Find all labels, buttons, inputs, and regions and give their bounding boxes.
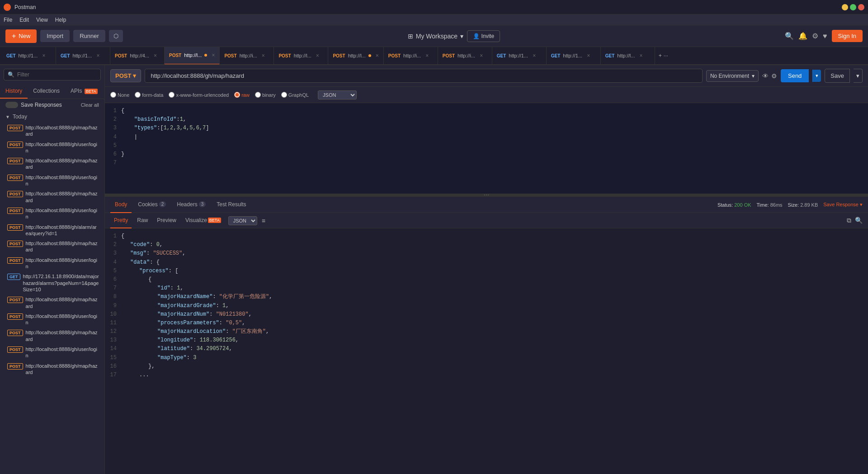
notification-icon[interactable]: 🔔: [798, 32, 807, 40]
list-item[interactable]: POSThttp://localhost:8888/gh/map/hazard: [0, 189, 104, 205]
new-button[interactable]: + New: [5, 29, 37, 43]
url-input[interactable]: [145, 69, 703, 83]
close-tab-icon[interactable]: ×: [316, 52, 319, 59]
response-format-select[interactable]: JSON XML HTML Text: [228, 216, 257, 225]
sidebar-tab-apis[interactable]: APIs BETA: [65, 84, 103, 99]
list-item[interactable]: POSThttp://localhost:8888/gh/user/login: [0, 205, 104, 222]
sidebar-tab-collections[interactable]: Collections: [28, 84, 65, 99]
list-item[interactable]: POSThttp://localhost:8888/gh/map/hazard: [0, 327, 104, 344]
workspace-selector[interactable]: ⊞ My Workspace ▾: [408, 33, 463, 40]
body-tab-none[interactable]: None: [110, 92, 129, 98]
body-tab-raw[interactable]: raw: [234, 92, 250, 98]
signin-button[interactable]: Sign In: [832, 30, 863, 42]
clear-all-button[interactable]: Clear all: [81, 102, 99, 108]
menu-file[interactable]: File: [4, 17, 12, 23]
close-button[interactable]: [858, 4, 864, 10]
body-tab-binary[interactable]: binary: [255, 92, 276, 98]
format-tab-preview[interactable]: Preview: [153, 213, 180, 228]
settings-icon[interactable]: ⚙: [812, 32, 818, 40]
body-tab-graphql[interactable]: GraphQL: [281, 92, 309, 98]
tab-11[interactable]: GET http://l... ×: [601, 47, 655, 65]
tab-3[interactable]: POST http://l... ×: [165, 47, 220, 65]
tab-7[interactable]: POST http://i... ×: [384, 47, 438, 65]
close-tab-icon[interactable]: ×: [212, 52, 215, 58]
request-body-editor[interactable]: 1 { 2 "basicInfoId":1, 3 "types":[1,2,3,…: [105, 103, 868, 194]
env-settings-icon[interactable]: ⚙: [771, 72, 777, 80]
save-response-button[interactable]: Save Response ▾: [823, 202, 863, 208]
resp-code-line: 11 "processParameters": "0,5",: [105, 319, 868, 327]
list-item[interactable]: POSThttp://localhost:8888/gh/user/login: [0, 344, 104, 361]
save-button[interactable]: Save: [825, 69, 850, 83]
environment-selector[interactable]: No Environment ▾: [706, 70, 759, 82]
list-item[interactable]: POSThttp://localhost:8888/gh/user/login: [0, 139, 104, 156]
list-item[interactable]: GEThttp://172.16.1.18:8900/data/majorhaz…: [0, 271, 104, 294]
today-section-header[interactable]: ▼ Today: [0, 111, 104, 123]
add-tab-icon[interactable]: +: [659, 52, 662, 59]
heart-icon[interactable]: ♥: [823, 32, 827, 40]
list-item[interactable]: POSThttp://localhost:8888/gh/alarm/area/…: [0, 222, 104, 239]
close-tab-icon[interactable]: ×: [96, 52, 99, 59]
close-tab-icon[interactable]: ×: [533, 52, 536, 59]
close-tab-icon[interactable]: ×: [425, 52, 429, 59]
close-tab-icon[interactable]: ×: [42, 52, 45, 59]
minimize-button[interactable]: [842, 4, 848, 10]
list-item[interactable]: POSThttp://localhost:8888/gh/map/hazard: [0, 156, 104, 172]
import-button[interactable]: Import: [40, 30, 70, 42]
close-tab-icon[interactable]: ×: [480, 52, 483, 59]
menu-help[interactable]: Help: [55, 17, 66, 23]
body-tab-urlencoded[interactable]: x-www-form-urlencoded: [169, 92, 229, 98]
format-tab-pretty[interactable]: Pretty: [110, 213, 132, 228]
tab-6[interactable]: POST http://l... ×: [328, 47, 383, 65]
list-item[interactable]: POSThttp://localhost:8888/gh/map/hazard: [0, 361, 104, 378]
response-tab-test-results[interactable]: Test Results: [212, 197, 250, 213]
close-tab-icon[interactable]: ×: [154, 52, 157, 59]
list-item[interactable]: POSThttp://localhost:8888/gh/user/login: [0, 172, 104, 189]
list-item[interactable]: POSThttp://localhost:8888/gh/user/login: [0, 311, 104, 328]
list-item[interactable]: POSThttp://localhost:8888/gh/map/hazard: [0, 123, 104, 139]
response-tab-cookies[interactable]: Cookies 2: [133, 197, 170, 213]
wrap-icon[interactable]: ≡: [262, 217, 265, 224]
close-tab-icon[interactable]: ×: [587, 52, 590, 59]
tab-0[interactable]: GET http://1... ×: [2, 47, 56, 65]
tab-actions[interactable]: + ···: [655, 52, 672, 59]
tab-10[interactable]: GET http://1... ×: [547, 47, 601, 65]
close-tab-icon[interactable]: ×: [639, 52, 642, 59]
runner-button[interactable]: Runner: [73, 30, 105, 42]
send-dropdown-button[interactable]: ▾: [812, 70, 821, 82]
eye-icon[interactable]: 👁: [762, 72, 769, 80]
list-item[interactable]: POSThttp://localhost:8888/gh/map/hazard: [0, 238, 104, 255]
close-tab-icon[interactable]: ×: [376, 52, 379, 59]
body-tab-formdata[interactable]: form-data: [135, 92, 163, 98]
response-format-bar: Pretty Raw Preview Visualize BETA JSON X…: [105, 213, 868, 228]
search-response-icon[interactable]: 🔍: [855, 217, 863, 224]
list-item[interactable]: POSThttp://localhost:8888/gh/map/hazard: [0, 294, 104, 311]
save-responses-switch[interactable]: [5, 102, 18, 108]
list-item[interactable]: POSThttp://localhost:8888/gh/user/login: [0, 255, 104, 272]
response-tab-headers[interactable]: Headers 3: [172, 197, 210, 213]
method-select[interactable]: POST ▾: [110, 69, 141, 82]
proxy-button[interactable]: ⬡: [109, 30, 123, 42]
tab-2[interactable]: POST http://4... ×: [110, 47, 165, 65]
save-dropdown-button[interactable]: ▾: [854, 69, 863, 83]
format-tab-visualize[interactable]: Visualize BETA: [182, 213, 225, 228]
more-tabs-icon[interactable]: ···: [664, 52, 668, 59]
search-icon[interactable]: 🔍: [785, 32, 794, 40]
tab-9[interactable]: GET http://1... ×: [492, 47, 547, 65]
invite-button[interactable]: 👤 Invite: [467, 30, 500, 42]
send-button[interactable]: Send: [781, 69, 809, 82]
tab-4[interactable]: POST http://i... ×: [220, 47, 274, 65]
menu-edit[interactable]: Edit: [19, 17, 29, 23]
tab-1[interactable]: GET http://1... ×: [56, 47, 110, 65]
maximize-button[interactable]: [850, 4, 856, 10]
copy-icon[interactable]: ⧉: [847, 217, 851, 224]
sidebar-tab-history[interactable]: History: [0, 84, 28, 99]
menu-view[interactable]: View: [36, 17, 48, 23]
close-tab-icon[interactable]: ×: [262, 52, 265, 59]
response-tab-body[interactable]: Body: [110, 197, 132, 213]
format-tab-raw[interactable]: Raw: [133, 213, 151, 228]
tab-8[interactable]: POST http://i... ×: [438, 47, 492, 65]
sidebar-filter-input[interactable]: [17, 71, 97, 78]
tab-5[interactable]: POST http://l... ×: [274, 47, 328, 65]
tab-url: http://l...: [617, 53, 635, 58]
body-format-select[interactable]: JSON Text JavaScript HTML XML: [318, 90, 357, 100]
